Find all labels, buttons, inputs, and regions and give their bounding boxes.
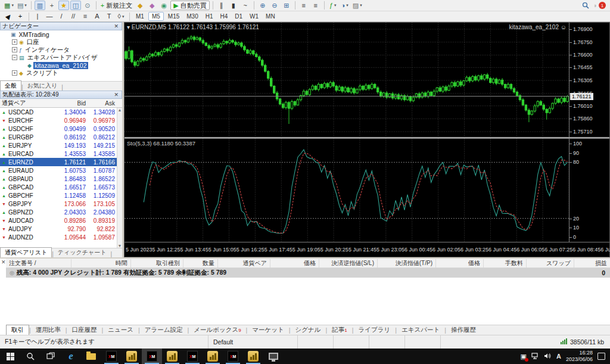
terminal-tab-8[interactable]: 記事1 [327,325,351,335]
quote-row-gbpjpy[interactable]: ▼GBPJPY173.066173.105 [0,200,122,208]
terminal-column-8[interactable]: 価格 [436,259,484,267]
file-explorer-button[interactable] [81,349,101,364]
profiles-button[interactable]: ▤▾ [16,1,28,10]
quote-row-usdcad[interactable]: ▲USDCAD1.340041.34028 [0,108,122,116]
timeframe-m15[interactable]: M15 [165,12,182,21]
terminal-tab-9[interactable]: ライブラリ [353,325,395,335]
task-view-button[interactable] [41,349,61,364]
quote-row-audnzd[interactable]: ▼AUDNZD1.095441.09587 [0,233,122,241]
templates-button[interactable]: ▨▾ [351,1,363,10]
terminal-column-3[interactable]: 数量 [183,259,218,267]
terminal-column-1[interactable]: 時間 [71,259,131,267]
price-axis[interactable]: 1.769001.767501.766001.764551.763051.761… [569,23,609,137]
chart-collapse-icon[interactable]: ▾ [127,24,130,30]
column-bid[interactable]: Bid [55,100,86,107]
terminal-tab-6[interactable]: マーケット [247,325,288,335]
market-watch-close-icon[interactable]: ✕ [113,92,120,98]
strategy-tester-button[interactable]: ⊙ [82,1,93,10]
terminal-tab-0[interactable]: 取引 [6,325,29,335]
terminal-column-0[interactable]: 注文番号 / [6,259,71,267]
action-center-icon[interactable] [597,353,605,360]
chart-candles-button[interactable]: ▮ [228,1,239,10]
terminal-column-5[interactable]: 価格 [270,259,319,267]
indicators-list-button[interactable]: ƒ▾ [328,1,338,10]
terminal-column-7[interactable]: 決済指値(T/P) [378,259,436,267]
chart-bars-button[interactable]: ∥ [216,1,227,10]
timeframe-m1[interactable]: M1 [133,12,147,21]
crosshair-button[interactable]: + [15,12,26,21]
ea-smiley-icon[interactable]: ☺ [561,24,567,30]
cursor-button[interactable]: ▶ [3,12,14,21]
terminal-tab-11[interactable]: 操作履歴 [446,325,481,335]
taskbar-clock[interactable]: 16:28 2023/06/06 [566,350,593,363]
arrange-windows-button[interactable]: ≡ [310,1,321,10]
timeframe-d1[interactable]: D1 [232,12,245,21]
timeframe-m5[interactable]: M5 [148,12,164,21]
data-window-button[interactable]: + [46,1,57,10]
navigator-item-口座[interactable]: +◉口座 [0,38,122,46]
taskbar-app-mt4-7[interactable] [243,349,263,364]
zoom-out-button[interactable]: ⊖ [269,1,280,10]
periods-list-button[interactable]: ◑▾ [340,1,350,10]
navigator-tab-1[interactable]: お気に入り [23,81,62,91]
trendline-button[interactable]: / [56,12,67,21]
stochastic-chart[interactable] [125,139,569,242]
quote-row-audjpy[interactable]: ▼AUDJPY92.79092.822 [0,225,122,233]
taskbar-app-mt4-1[interactable] [122,349,142,364]
vertical-line-button[interactable]: | [32,12,43,21]
volume-icon[interactable] [544,353,552,360]
channel-button[interactable]: // [68,12,79,21]
taskbar-app-xm-4[interactable]: XM [182,349,203,364]
arrange-indicators-button[interactable]: ≡ [298,1,309,10]
tree-expander-icon[interactable]: + [12,39,17,45]
market-watch-tab-0[interactable]: 通貨ペアリスト [0,247,52,257]
new-chart-button[interactable]: ▦▾ [3,1,15,10]
taskbar-app-mt4-3[interactable] [162,349,182,364]
navigator-button[interactable]: ★ [58,1,69,10]
network-icon[interactable] [531,353,539,360]
navigator-item-kitazawa_ea_2102[interactable]: ◆kitazawa_ea_2102 [0,61,122,69]
text-label-button[interactable]: T [104,12,114,21]
tile-windows-button[interactable]: ⊞ [281,1,292,10]
terminal-button[interactable]: ◫ [70,1,81,10]
quote-row-euraud[interactable]: ▲EURAUD1.607531.60787 [0,166,122,175]
horizontal-line-button[interactable]: — [44,12,55,21]
status-profile[interactable]: Default [208,335,298,349]
notifications-button[interactable]: ◗ 1 [592,1,607,10]
terminal-tab-4[interactable]: アラーム設定 [140,325,188,335]
terminal-tab-10[interactable]: エキスパート [397,325,444,335]
quote-row-eurjpy[interactable]: ▲EURJPY149.193149.215 [0,141,122,150]
quote-row-audcad[interactable]: ▼AUDCAD0.892860.89319 [0,216,122,225]
navigator-close-icon[interactable]: ✕ [113,23,120,29]
internet-explorer-button[interactable]: e [61,349,81,364]
market-watch-tab-1[interactable]: ティックチャート [54,248,111,257]
terminal-tab-5[interactable]: メールボックス9 [189,325,245,335]
tray-app-icon[interactable]: ▣ [521,353,527,360]
terminal-column-9[interactable]: 手数料 [484,259,527,267]
navigator-item-エキスパートアドバイザ[interactable]: −▤エキスパートアドバイザ [0,54,122,61]
zoom-in-button[interactable]: ⊕ [257,1,268,10]
terminal-column-10[interactable]: スワップ [527,259,574,267]
terminal-tab-1[interactable]: 運用比率 [31,325,66,335]
shapes-button[interactable]: ◊▾ [116,12,126,21]
auto-trading-button[interactable]: ▶自動売買 [170,1,209,10]
terminal-column-2[interactable]: 取引種別 [131,259,183,267]
price-chart[interactable] [125,23,569,137]
news-button[interactable]: ◉ [158,1,169,10]
timeframe-w1[interactable]: W1 [247,12,262,21]
quote-row-eurnzd[interactable]: ▲EURNZD1.761211.76166 [0,158,122,166]
stochastic-axis[interactable]: 100908020100 [569,139,609,242]
timeframe-h4[interactable]: H4 [217,12,231,21]
terminal-column-6[interactable]: 決済逆指値(S/L) [319,259,378,267]
column-ask[interactable]: Ask [86,100,117,107]
taskbar-app-monitor-8[interactable] [263,349,284,364]
terminal-column-11[interactable]: 損益 [574,259,610,267]
tree-expander-icon[interactable]: + [12,47,17,52]
text-button[interactable]: A [92,12,102,21]
quote-row-gbpcad[interactable]: ▲GBPCAD1.665171.66573 [0,183,122,191]
quote-row-eurgbp[interactable]: ▲EURGBP0.861920.86212 [0,133,122,141]
taskbar-app-xm-2[interactable]: XM [142,349,162,364]
quote-row-usdchf[interactable]: ▲USDCHF0.904990.90520 [0,125,122,133]
new-order-button[interactable]: +新規注文 [99,1,133,10]
column-symbol[interactable]: 通貨ペア [0,99,55,107]
